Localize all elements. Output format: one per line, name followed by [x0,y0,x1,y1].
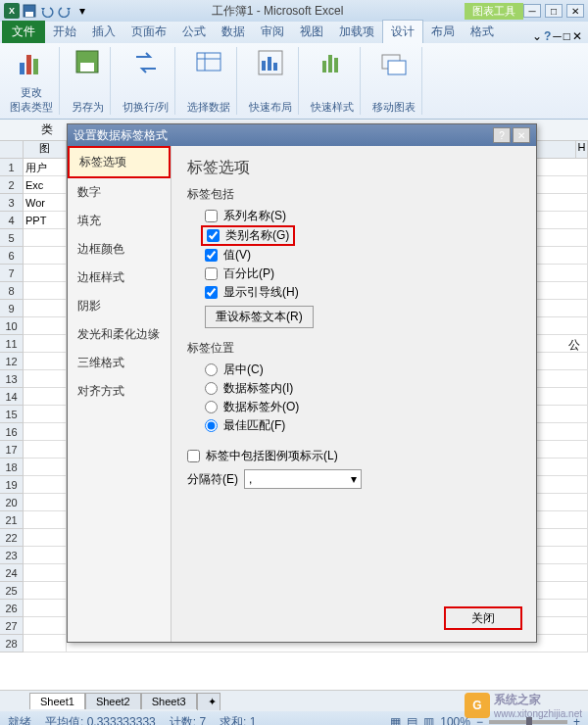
cell[interactable]: Wor [24,194,67,212]
sidebar-item-shadow[interactable]: 阴影 [68,292,171,320]
tab-insert[interactable]: 插入 [84,21,123,43]
tab-review[interactable]: 审阅 [253,21,292,43]
sidebar-item-border-style[interactable]: 边框样式 [68,264,171,292]
tab-data[interactable]: 数据 [214,21,253,43]
row-header[interactable]: 6 [0,247,24,265]
redo-icon[interactable] [57,3,73,19]
row-header[interactable]: 2 [0,176,24,194]
cell[interactable] [24,406,67,423]
cell[interactable]: Exc [24,176,67,194]
ribbon-select-data[interactable]: 选择数据 [181,47,237,115]
sidebar-item-alignment[interactable]: 对齐方式 [68,377,171,406]
sidebar-item-number[interactable]: 数字 [68,178,171,207]
qat-dropdown-icon[interactable]: ▾ [74,3,90,19]
radio-best-fit[interactable]: 最佳匹配(F) [187,416,520,435]
tab-addins[interactable]: 加载项 [331,21,382,43]
cell[interactable] [24,282,67,300]
cell[interactable] [24,388,67,406]
row-header[interactable]: 13 [0,370,24,388]
row-header[interactable]: 22 [0,529,24,547]
checkbox-category-name[interactable]: 类别名称(G) [201,225,295,246]
row-header[interactable]: 7 [0,265,24,282]
cell[interactable] [24,564,67,582]
radio-inside-end[interactable]: 数据标签内(I) [187,379,520,398]
row-header[interactable]: 4 [0,212,24,229]
tab-formulas[interactable]: 公式 [174,21,214,43]
select-all-corner[interactable] [0,141,24,159]
ribbon-minimize-icon[interactable]: ⌄ [532,29,542,43]
cell[interactable] [24,476,67,494]
cell[interactable] [24,582,67,600]
row-header[interactable]: 15 [0,406,24,423]
dialog-titlebar[interactable]: 设置数据标签格式 ? ✕ [68,124,536,146]
doc-close-icon[interactable]: ✕ [572,29,582,43]
tab-pagelayout[interactable]: 页面布 [123,21,174,43]
row-header[interactable]: 20 [0,494,24,511]
row-header[interactable]: 24 [0,564,24,582]
separator-dropdown[interactable]: , ▾ [244,469,362,489]
ribbon-switch-row-col[interactable]: 切换行/列 [117,47,175,115]
col-header[interactable]: H [576,141,588,159]
zoom-slider[interactable] [489,720,567,724]
cell[interactable] [24,441,67,459]
cell[interactable] [24,423,67,441]
cell[interactable] [24,547,67,564]
cell[interactable] [24,370,67,388]
sidebar-item-label-options[interactable]: 标签选项 [68,146,171,178]
sheet-tab-2[interactable]: Sheet2 [85,693,141,709]
row-header[interactable]: 26 [0,600,24,617]
cell[interactable] [24,617,67,635]
cell[interactable] [24,459,67,476]
help-icon[interactable]: ? [544,29,551,43]
cell[interactable] [24,529,67,547]
cell[interactable] [24,494,67,511]
tab-format[interactable]: 格式 [463,21,502,43]
cell[interactable] [24,247,67,265]
checkbox-include-legend-key[interactable]: 标签中包括图例项标示(L) [187,447,520,465]
save-icon[interactable] [22,3,37,19]
row-header[interactable]: 28 [0,635,24,652]
doc-minimize-icon[interactable]: ─ [553,29,562,43]
file-tab[interactable]: 文件 [2,21,45,43]
cell[interactable] [24,635,67,652]
cell[interactable] [24,265,67,282]
sheet-tab-1[interactable]: Sheet1 [29,693,85,709]
close-button[interactable]: 关闭 [444,606,522,630]
cell[interactable]: PPT [24,212,67,229]
tab-layout[interactable]: 布局 [423,21,463,43]
sidebar-item-border-color[interactable]: 边框颜色 [68,235,171,264]
col-header[interactable]: 图 [24,141,67,159]
sidebar-item-glow[interactable]: 发光和柔化边缘 [68,320,171,349]
maximize-button[interactable]: □ [545,4,563,18]
row-header[interactable]: 8 [0,282,24,300]
row-header[interactable]: 16 [0,423,24,441]
row-header[interactable]: 17 [0,441,24,459]
checkbox-percentage[interactable]: 百分比(P) [187,265,520,283]
cell[interactable] [24,600,67,617]
ribbon-change-chart-type[interactable]: 更改 图表类型 [4,47,60,115]
sidebar-item-3d[interactable]: 三维格式 [68,349,171,377]
sheet-tab-3[interactable]: Sheet3 [141,693,197,709]
cell[interactable] [24,511,67,529]
checkbox-leader-lines[interactable]: 显示引导线(H) [187,283,520,302]
cell[interactable] [24,335,67,353]
row-header[interactable]: 19 [0,476,24,494]
sidebar-item-fill[interactable]: 填充 [68,207,171,235]
dialog-close-button[interactable]: ✕ [513,127,530,143]
doc-restore-icon[interactable]: □ [564,29,570,43]
checkbox-series-name[interactable]: 系列名称(S) [187,207,520,225]
cell[interactable] [24,317,67,335]
cell[interactable] [24,353,67,370]
cell[interactable]: 用户 [24,159,67,176]
row-header[interactable]: 3 [0,194,24,212]
checkbox-value[interactable]: 值(V) [187,246,520,265]
dialog-help-button[interactable]: ? [493,127,511,143]
undo-icon[interactable] [39,3,55,19]
radio-center[interactable]: 居中(C) [187,361,520,379]
new-sheet-button[interactable]: ✦ [197,693,220,710]
row-header[interactable]: 1 [0,159,24,176]
reset-label-text-button[interactable]: 重设标签文本(R) [205,306,314,328]
ribbon-quick-layout[interactable]: 快速布局 [243,47,299,115]
cell[interactable] [24,229,67,247]
view-page-icon[interactable]: ▤ [407,715,417,725]
